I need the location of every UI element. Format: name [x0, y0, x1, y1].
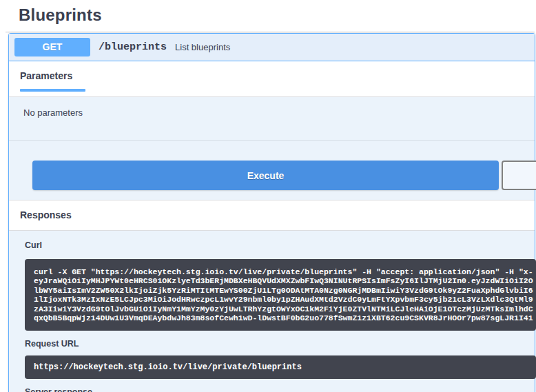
request-url-block: https://hockeytech.stg.ioio.tv/live/priv…	[25, 355, 536, 379]
request-url-value: https://hockeytech.stg.ioio.tv/live/priv…	[34, 362, 536, 372]
curl-label: Curl	[25, 240, 535, 250]
clear-button[interactable]	[502, 161, 536, 190]
curl-line: zA3IiwiY3VzdG9tOlJvbGUiOiIyNmY1MmYzMy0zY…	[34, 305, 536, 313]
curl-line: lbWY5aiIsImV2ZW50X2lkIjoiZjk5YzRiMTItMTE…	[34, 286, 536, 295]
responses-header: Responses	[9, 200, 535, 231]
curl-line: qxQbB5BqpWjz14DUw1U3VmqDEAybdwJh83m8sofC…	[34, 313, 536, 322]
parameters-body: No parameters	[9, 97, 535, 141]
swagger-page: Blueprints GET /blueprints List blueprin…	[0, 0, 536, 392]
responses-heading: Responses	[20, 209, 72, 220]
curl-line: curl -X GET "https://hockeytech.stg.ioio…	[34, 267, 536, 276]
curl-line: eyJraWQiOiIyMHJPYWt0eHRCS01OKzlyeTd3bERj…	[34, 276, 536, 285]
tab-parameters[interactable]: Parameters	[20, 70, 72, 81]
active-tab-underline	[20, 89, 85, 92]
operation-block-get-blueprints: GET /blueprints List blueprints Paramete…	[8, 33, 535, 392]
operation-summary[interactable]: GET /blueprints List blueprints	[9, 34, 535, 61]
curl-command-block: curl -X GET "https://hockeytech.stg.ioio…	[25, 259, 536, 331]
page-title: Blueprints	[19, 6, 536, 25]
no-parameters-message: No parameters	[23, 107, 83, 118]
responses-body: Curl curl -X GET "https://hockeytech.stg…	[9, 231, 535, 392]
operation-path: /blueprints	[99, 41, 167, 53]
parameters-header: Parameters	[9, 61, 535, 97]
execute-button[interactable]: Execute	[32, 161, 499, 190]
operation-summary-text: List blueprints	[175, 42, 230, 52]
section-divider	[6, 32, 535, 32]
server-response-label: Server response	[25, 387, 535, 392]
execute-section: Execute	[9, 141, 535, 200]
curl-line: 1lIjoxNTk3MzIxNzE5LCJpc3MiOiJodHRwczpcL1…	[34, 295, 536, 304]
http-method-badge: GET	[14, 38, 90, 56]
section-header: Blueprints	[0, 0, 536, 32]
request-url-label: Request URL	[25, 339, 535, 349]
